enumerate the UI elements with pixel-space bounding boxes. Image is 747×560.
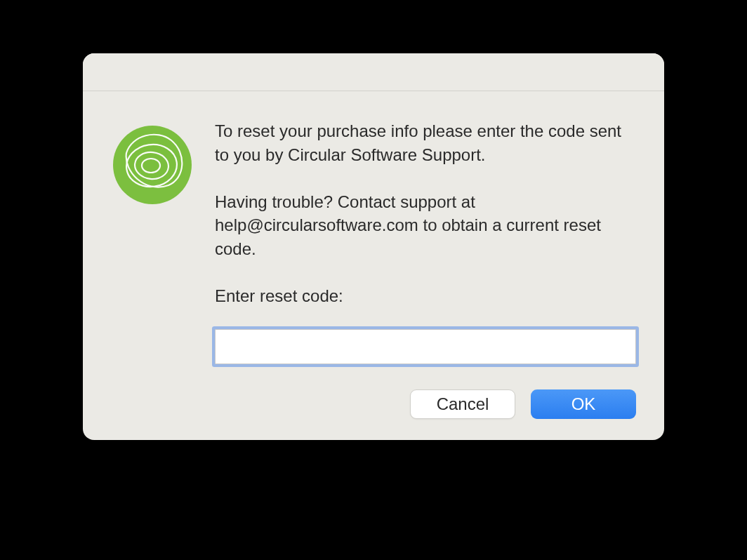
dialog-icon-column <box>111 119 194 419</box>
circular-logo-icon <box>111 196 194 208</box>
dialog-button-row: Cancel OK <box>215 389 636 419</box>
reset-code-input[interactable] <box>215 329 636 364</box>
dialog-titlebar <box>83 53 664 91</box>
svg-point-0 <box>113 126 192 204</box>
dialog-body: To reset your purchase info please enter… <box>83 91 664 440</box>
cancel-button[interactable]: Cancel <box>410 389 515 419</box>
ok-button[interactable]: OK <box>531 389 636 419</box>
dialog-content: To reset your purchase info please enter… <box>215 119 636 419</box>
reset-code-dialog: To reset your purchase info please enter… <box>83 53 664 440</box>
dialog-message: To reset your purchase info please enter… <box>215 119 636 308</box>
input-wrapper <box>215 329 636 364</box>
